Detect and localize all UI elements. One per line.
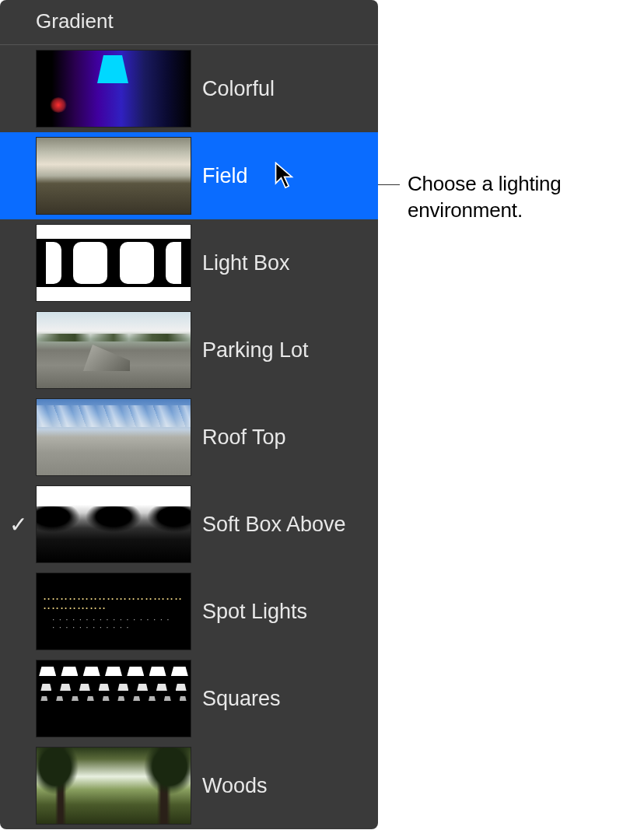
environment-item-field[interactable]: Field (0, 132, 378, 219)
environment-item-roof-top[interactable]: Roof Top (0, 394, 378, 481)
environment-item-colorful[interactable]: Colorful (0, 45, 378, 132)
environment-item-spot-lights[interactable]: Spot Lights (0, 568, 378, 655)
environment-thumbnail (36, 137, 191, 215)
environment-item-label: Parking Lot (202, 338, 309, 362)
environment-thumbnail (36, 398, 191, 476)
callout-line (378, 184, 400, 185)
environment-item-label: Roof Top (202, 426, 286, 450)
environment-item-woods[interactable]: Woods (0, 742, 378, 829)
environment-item-label: Spot Lights (202, 600, 307, 624)
environment-item-label: Light Box (202, 251, 290, 275)
environment-menu-panel: Gradient ColorfulFieldLight BoxParking L… (0, 0, 378, 829)
cursor-icon (274, 162, 297, 190)
callout-text: Choose a lighting environment. (408, 170, 644, 223)
environment-thumbnail (36, 660, 191, 737)
environment-item-label: Squares (202, 687, 281, 711)
environment-thumbnail (36, 50, 191, 128)
environment-thumbnail (36, 747, 191, 825)
environment-item-label: Field (202, 164, 248, 188)
environment-thumbnail (36, 224, 191, 302)
environment-item-light-box[interactable]: Light Box (0, 219, 378, 306)
environment-thumbnail (36, 311, 191, 389)
environment-item-squares[interactable]: Squares (0, 655, 378, 742)
environment-item-label: Woods (202, 774, 268, 798)
environment-item-label: Colorful (202, 77, 275, 101)
environment-thumbnail (36, 573, 191, 650)
panel-header: Gradient (0, 0, 378, 45)
environment-thumbnail (36, 485, 191, 563)
environment-item-parking-lot[interactable]: Parking Lot (0, 306, 378, 394)
environment-item-soft-box-above[interactable]: ✓Soft Box Above (0, 481, 378, 568)
environment-item-label: Soft Box Above (202, 513, 346, 537)
panel-title: Gradient (36, 9, 114, 33)
checkmark-icon: ✓ (0, 512, 36, 538)
environment-list: ColorfulFieldLight BoxParking LotRoof To… (0, 45, 378, 829)
